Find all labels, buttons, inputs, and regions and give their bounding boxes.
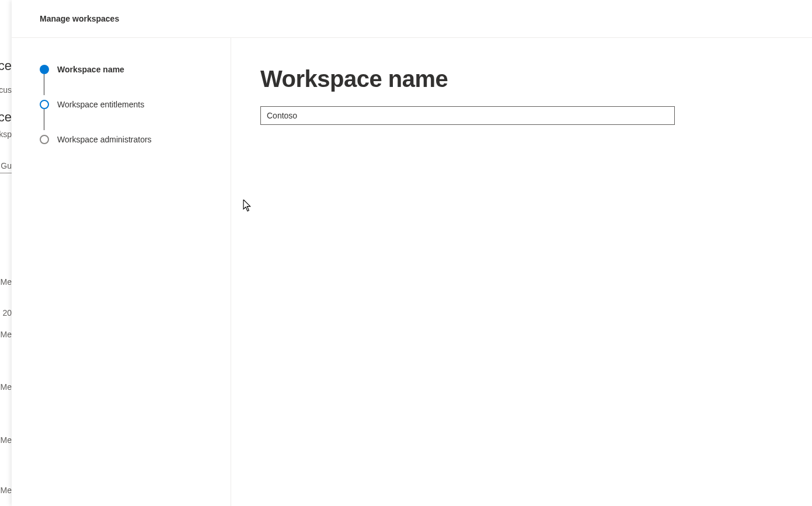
step-indicator-active-icon (40, 65, 49, 74)
bg-fragment: Me (1, 486, 12, 495)
bg-fragment: ce (0, 110, 12, 125)
manage-workspaces-panel: Manage workspaces Workspace name Workspa… (12, 0, 812, 506)
bg-fragment: Me (1, 330, 12, 339)
bg-fragment: ce (0, 58, 12, 74)
panel-title: Manage workspaces (40, 14, 119, 23)
bg-fragment: rksp (0, 130, 12, 139)
panel-header: Manage workspaces (12, 0, 812, 38)
bg-fragment: Me (1, 435, 12, 445)
step-workspace-administrators[interactable]: Workspace administrators (40, 132, 231, 146)
page-heading: Workspace name (260, 66, 783, 92)
step-indicator-pending-icon (40, 135, 49, 144)
content-wrapper: Workspace name Workspace entitlements Wo… (12, 38, 812, 506)
bg-fragment: Me (1, 382, 12, 392)
step-workspace-entitlements[interactable]: Workspace entitlements (40, 97, 231, 111)
step-connector (44, 74, 44, 95)
step-label: Workspace name (57, 65, 124, 74)
bg-fragment: 20 (2, 308, 12, 317)
main-content-area: Workspace name (231, 38, 812, 506)
step-label: Workspace entitlements (57, 100, 144, 109)
bg-fragment: cus (0, 85, 12, 95)
step-label: Workspace administrators (57, 135, 152, 144)
bg-fragment: l Gu (0, 161, 12, 173)
bg-fragment: Me (1, 277, 12, 287)
step-indicator-next-icon (40, 100, 49, 109)
wizard-steps-sidebar: Workspace name Workspace entitlements Wo… (12, 38, 231, 506)
workspace-name-input[interactable] (260, 106, 675, 125)
step-connector (44, 109, 44, 130)
step-workspace-name[interactable]: Workspace name (40, 62, 231, 76)
background-obscured-content: ce cus ce rksp l Gu Me 20 Me Me Me Me (0, 0, 12, 506)
